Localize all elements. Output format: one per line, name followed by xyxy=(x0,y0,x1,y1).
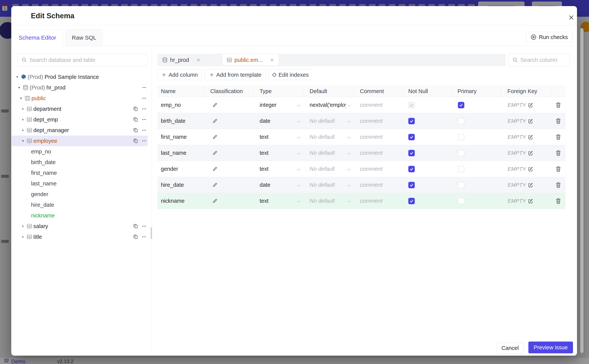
tree-search-input[interactable] xyxy=(29,57,147,63)
edit-indexes-button[interactable]: Edit indexes xyxy=(268,70,312,80)
copy-icon[interactable] xyxy=(133,234,138,240)
copy-icon[interactable] xyxy=(133,106,138,111)
edit-foreign-key-icon[interactable] xyxy=(528,166,534,172)
edit-foreign-key-icon[interactable] xyxy=(528,102,534,108)
tab-raw-sql[interactable]: Raw SQL xyxy=(65,29,103,46)
tree-item-department[interactable]: department xyxy=(11,104,152,114)
default-select[interactable]: nextval('employ xyxy=(303,97,354,113)
comment-field[interactable]: comment xyxy=(354,145,402,161)
tree-item-public[interactable]: public xyxy=(11,93,152,104)
primary-checkbox[interactable] xyxy=(458,198,464,204)
primary-checkbox[interactable] xyxy=(458,118,464,124)
type-select[interactable]: integer xyxy=(254,97,303,113)
not-null-checkbox[interactable] xyxy=(408,198,415,204)
caret-right-icon[interactable] xyxy=(21,108,27,110)
copy-icon[interactable] xyxy=(133,223,138,229)
not-null-checkbox[interactable] xyxy=(408,134,415,140)
default-select[interactable]: No default xyxy=(303,129,354,145)
tab-public-employee[interactable]: public.em... xyxy=(222,54,279,66)
delete-row-icon[interactable] xyxy=(556,166,561,172)
caret-right-icon[interactable] xyxy=(21,225,27,228)
classification-edit-icon[interactable] xyxy=(212,150,218,156)
type-select[interactable]: date xyxy=(254,113,303,129)
default-select[interactable]: No default xyxy=(303,145,354,161)
primary-checkbox[interactable] xyxy=(458,166,464,172)
not-null-checkbox[interactable] xyxy=(408,182,415,188)
comment-field[interactable]: comment xyxy=(354,177,402,193)
tree-item-first_name[interactable]: first_name xyxy=(11,168,152,178)
comment-field[interactable]: comment xyxy=(354,97,402,113)
edit-foreign-key-icon[interactable] xyxy=(528,182,534,188)
primary-checkbox[interactable] xyxy=(458,134,464,140)
close-tab-icon[interactable] xyxy=(269,58,274,62)
tree-item-title[interactable]: title xyxy=(11,232,152,242)
more-actions-icon[interactable] xyxy=(141,223,147,229)
tree-item-dept_emp[interactable]: dept_emp xyxy=(11,114,152,125)
classification-edit-icon[interactable] xyxy=(212,118,218,124)
preview-issue-button[interactable]: Preview issue xyxy=(528,342,573,353)
delete-row-icon[interactable] xyxy=(556,134,561,140)
type-select[interactable]: text xyxy=(254,145,303,161)
delete-row-icon[interactable] xyxy=(556,182,561,188)
classification-edit-icon[interactable] xyxy=(212,166,218,172)
comment-field[interactable]: comment xyxy=(354,129,402,145)
close-icon[interactable] xyxy=(567,13,576,22)
primary-checkbox[interactable] xyxy=(458,150,464,156)
tree-item-Prod Sample Instance[interactable]: (Prod) Prod Sample Instance xyxy=(11,72,152,82)
tree-item-gender[interactable]: gender xyxy=(11,189,152,200)
caret-down-icon[interactable] xyxy=(21,140,27,143)
classification-edit-icon[interactable] xyxy=(212,198,218,204)
run-checks-button[interactable]: Run checks xyxy=(526,32,573,42)
tree-item-emp_no[interactable]: emp_no xyxy=(11,146,152,157)
column-search-input[interactable] xyxy=(520,57,569,63)
tab-hr-prod[interactable]: hr_prod xyxy=(157,57,201,63)
more-actions-icon[interactable] xyxy=(141,234,147,240)
caret-down-icon[interactable] xyxy=(16,76,21,78)
more-actions-icon[interactable] xyxy=(141,128,147,133)
more-actions-icon[interactable] xyxy=(141,138,147,143)
tree-item-salary[interactable]: salary xyxy=(11,221,152,232)
copy-icon[interactable] xyxy=(133,117,138,122)
page-scrollbar[interactable] xyxy=(580,28,583,353)
tree-item-birth_date[interactable]: birth_date xyxy=(11,157,152,168)
delete-row-icon[interactable] xyxy=(556,118,561,124)
more-actions-icon[interactable] xyxy=(141,117,147,122)
not-null-checkbox[interactable] xyxy=(408,102,415,108)
tree-item-last_name[interactable]: last_name xyxy=(11,178,152,189)
add-from-template-button[interactable]: Add from template xyxy=(205,70,266,80)
more-actions-icon[interactable] xyxy=(141,96,147,101)
delete-row-icon[interactable] xyxy=(556,198,561,204)
caret-down-icon[interactable] xyxy=(18,86,23,89)
classification-edit-icon[interactable] xyxy=(212,182,218,188)
edit-foreign-key-icon[interactable] xyxy=(528,134,534,140)
caret-right-icon[interactable] xyxy=(21,118,27,121)
type-select[interactable]: date xyxy=(254,177,303,193)
tree-item-hr_prod[interactable]: (Prod) hr_prod xyxy=(11,82,152,93)
comment-field[interactable]: comment xyxy=(354,161,402,177)
classification-edit-icon[interactable] xyxy=(212,102,218,108)
delete-row-icon[interactable] xyxy=(556,102,561,108)
tab-schema-editor[interactable]: Schema Editor xyxy=(12,29,63,46)
more-actions-icon[interactable] xyxy=(141,85,147,90)
add-column-button[interactable]: Add column xyxy=(157,70,202,80)
type-select[interactable]: text xyxy=(254,161,303,177)
not-null-checkbox[interactable] xyxy=(408,118,415,124)
comment-field[interactable]: comment xyxy=(354,193,402,209)
close-tab-icon[interactable] xyxy=(196,58,201,62)
edit-foreign-key-icon[interactable] xyxy=(528,198,534,204)
copy-icon[interactable] xyxy=(133,128,138,133)
not-null-checkbox[interactable] xyxy=(408,166,415,172)
default-select[interactable]: No default xyxy=(303,193,354,209)
primary-checkbox[interactable] xyxy=(458,182,464,188)
caret-right-icon[interactable] xyxy=(21,129,27,132)
default-select[interactable]: No default xyxy=(303,177,354,193)
classification-edit-icon[interactable] xyxy=(212,134,218,140)
primary-checkbox[interactable] xyxy=(458,102,464,108)
edit-foreign-key-icon[interactable] xyxy=(528,150,534,156)
comment-field[interactable]: comment xyxy=(354,113,402,129)
not-null-checkbox[interactable] xyxy=(408,150,415,156)
edit-foreign-key-icon[interactable] xyxy=(528,118,534,124)
copy-icon[interactable] xyxy=(133,138,138,143)
caret-down-icon[interactable] xyxy=(20,97,25,100)
tree-item-dept_manager[interactable]: dept_manager xyxy=(11,125,152,136)
